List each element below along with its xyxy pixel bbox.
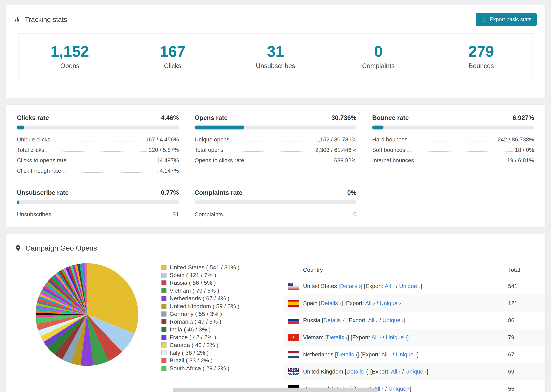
export-all-link[interactable]: All › — [368, 317, 378, 323]
rate-metric-value: 220 / 5.87% — [149, 147, 179, 153]
rate-progress-bar — [195, 200, 356, 204]
details-link[interactable]: Details › — [337, 351, 357, 358]
rate-metric-value: 31 — [172, 211, 179, 218]
rate-percent: 6.927% — [513, 114, 534, 121]
rate-metric-value: 19 / 6.81% — [507, 157, 534, 164]
export-all-link[interactable]: All › — [365, 300, 375, 306]
dotted-leader — [226, 151, 313, 152]
country-cell: Vietnam [Details ›] [Export: All › / Uni… — [303, 334, 508, 341]
export-prefix: Export: — [362, 351, 380, 358]
rate-metric-value: 0 — [353, 211, 356, 218]
country-name: Vietnam — [303, 334, 324, 341]
flag-es-icon — [288, 300, 299, 307]
legend-swatch — [161, 288, 167, 293]
rate-block: Complaints rate0% Complaints0 — [195, 189, 356, 218]
geo-title: Campaign Geo Opens — [26, 244, 97, 252]
rate-title: Complaints rate — [195, 189, 242, 196]
rate-metric-value: 18 / 0% — [515, 147, 534, 153]
export-unique-link[interactable]: Unique › — [389, 385, 410, 392]
rate-percent: 0% — [347, 189, 356, 196]
rate-percent: 0.77% — [161, 189, 179, 196]
rate-block: Clicks rate4.46% Unique clicks167 / 4.45… — [17, 114, 179, 174]
geo-table-row: United Kingdom [Details ›] [Export: All … — [283, 363, 545, 380]
legend-swatch — [161, 296, 167, 301]
country-cell: Spain [Details ›] [Export: All › / Uniqu… — [303, 300, 508, 307]
tracking-stats-title: Tracking stats — [25, 16, 67, 23]
export-prefix: Export: — [372, 368, 390, 375]
export-basic-stats-button[interactable]: Export basic stats — [476, 13, 537, 26]
country-name: Russia — [303, 317, 320, 323]
stat-value: 0 — [329, 44, 428, 59]
geo-table-body: United States [Details ›] [Export: All ›… — [283, 278, 545, 392]
stat-label: Opens — [20, 62, 120, 70]
rate-metric-value: 1,152 / 30.736% — [315, 136, 356, 143]
legend-swatch — [161, 280, 167, 286]
map-pin-icon — [14, 245, 22, 252]
total-column-header: Total — [508, 267, 541, 273]
stat-box-clicks: 167 Clicks — [121, 33, 224, 81]
country-total: 79 — [508, 334, 541, 341]
rate-title: Unsubscribe rate — [17, 189, 69, 196]
rate-metric-value: 689.82% — [334, 157, 356, 164]
rate-progress-bar — [372, 126, 534, 129]
rate-metric-row: Unsubscribes31 — [17, 211, 179, 218]
export-unique-link[interactable]: Unique › — [380, 300, 401, 306]
rate-percent: 4.46% — [161, 114, 179, 121]
legend-label: Italy ( 36 / 2% ) — [170, 350, 209, 356]
export-prefix: Export: — [366, 283, 383, 289]
export-unique-link[interactable]: Unique › — [396, 351, 417, 358]
export-unique-link[interactable]: Unique › — [382, 317, 404, 323]
legend-item: Spain ( 121 / 7% ) — [161, 272, 281, 278]
rate-title: Bounce rate — [372, 114, 409, 121]
campaign-geo-opens-card: Campaign Geo Opens United States ( 541 /… — [6, 234, 545, 392]
rate-metric-label: Total opens — [195, 147, 224, 153]
pie-legend: United States ( 541 / 31% ) Spain ( 121 … — [161, 261, 281, 373]
rate-metric-row: Soft bounces18 / 0% — [372, 147, 534, 153]
export-unique-link[interactable]: Unique › — [399, 283, 420, 289]
legend-swatch — [161, 343, 167, 348]
legend-label: Romania ( 49 / 3% ) — [170, 318, 221, 325]
stat-value: 1,152 — [20, 44, 120, 59]
export-prefix: Export: — [349, 317, 367, 323]
geo-pie-chart — [34, 261, 140, 368]
rate-metric-row: Total opens2,303 / 61.446% — [195, 147, 356, 153]
legend-swatch — [161, 273, 167, 278]
export-unique-link[interactable]: Unique › — [405, 368, 427, 375]
rate-metric-label: Unsubscribes — [17, 211, 51, 218]
legend-swatch — [161, 366, 167, 371]
details-link[interactable]: Details › — [327, 334, 347, 341]
details-link[interactable]: Details › — [323, 317, 344, 323]
export-all-link[interactable]: All › — [391, 368, 401, 375]
geo-table-row: Netherlands [Details ›] [Export: All › /… — [283, 346, 545, 363]
export-unique-link[interactable]: Unique › — [386, 334, 407, 341]
stat-value: 31 — [226, 44, 325, 59]
dotted-leader — [52, 141, 143, 141]
dotted-leader — [409, 141, 495, 141]
stat-box-bounces: 279 Bounces — [430, 33, 533, 81]
legend-swatch — [161, 311, 167, 317]
details-link[interactable]: Details › — [321, 300, 341, 306]
rate-metric-row: Total clicks220 / 5.87% — [17, 147, 179, 153]
dotted-leader — [63, 172, 158, 173]
legend-label: Netherlands ( 67 / 4% ) — [170, 295, 229, 301]
export-all-link[interactable]: All › — [381, 351, 391, 358]
legend-label: Canada ( 40 / 2% ) — [170, 342, 218, 348]
stat-box-opens: 1,152 Opens — [18, 33, 121, 81]
legend-label: Russia ( 86 / 5% ) — [170, 280, 216, 286]
stat-value: 167 — [123, 44, 222, 59]
rate-metric-value: 14.497% — [156, 157, 179, 164]
export-all-link[interactable]: All › — [385, 283, 395, 289]
dashboard-page: Tracking stats Export basic stats 1,152 … — [0, 0, 551, 392]
geo-header: Campaign Geo Opens — [6, 244, 545, 252]
details-link[interactable]: Details › — [346, 368, 367, 375]
rate-progress-fill — [195, 126, 244, 129]
export-all-link[interactable]: All › — [371, 334, 381, 341]
rate-progress-bar — [195, 126, 356, 129]
details-link[interactable]: Details › — [340, 283, 361, 289]
rate-metric-label: Total clicks — [17, 147, 44, 153]
legend-swatch — [161, 304, 167, 309]
summary-stats-row: 1,152 Opens 167 Clicks 31 Unsubscribes 0… — [18, 33, 533, 81]
horizontal-scrollbar[interactable] — [173, 388, 378, 392]
rate-metric-value: 167 / 4.456% — [146, 136, 179, 143]
dotted-leader — [416, 162, 505, 162]
